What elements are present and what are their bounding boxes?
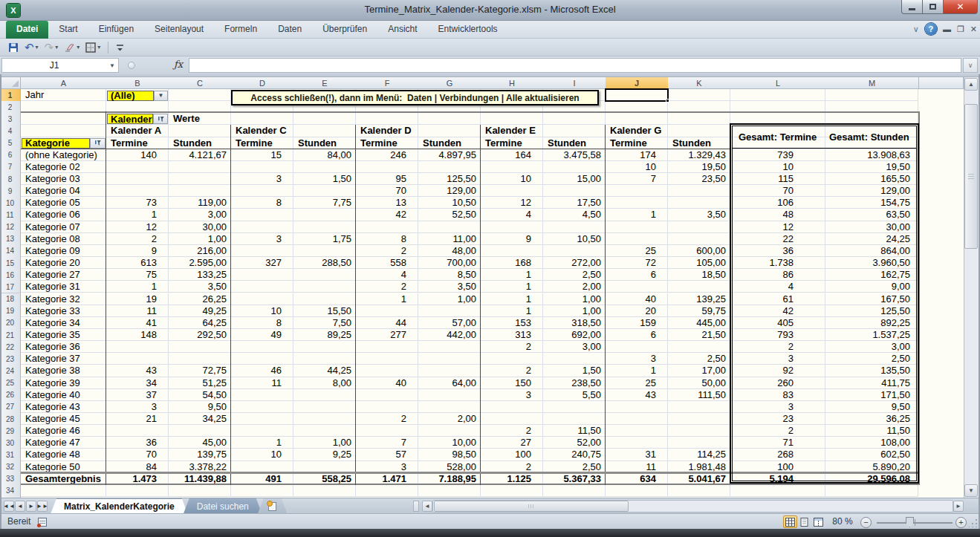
value-cell[interactable]: 3,50 — [169, 281, 231, 293]
value-cell[interactable]: 168 — [481, 257, 543, 269]
save-button[interactable] — [6, 40, 21, 55]
ribbon-tab-ansicht[interactable]: Ansicht — [377, 21, 427, 39]
value-cell[interactable]: 1 — [106, 281, 169, 293]
last-sheet-button[interactable]: ►► — [37, 501, 48, 512]
first-sheet-button[interactable]: ◄◄ — [4, 501, 14, 512]
category-label-cell[interactable]: Kategorie 27 — [21, 269, 106, 281]
cell-E29[interactable] — [293, 425, 356, 437]
cell-D27[interactable] — [231, 401, 293, 413]
zoom-in-button[interactable]: + — [955, 517, 967, 528]
row-header-25[interactable]: 25 — [0, 377, 21, 390]
cell-H14[interactable] — [481, 245, 543, 257]
value-cell[interactable]: 9,50 — [169, 401, 231, 413]
value-cell[interactable]: 9,25 — [293, 449, 356, 460]
cell-E34[interactable] — [293, 485, 356, 497]
cell-E12[interactable] — [293, 221, 356, 233]
cell-J28[interactable] — [606, 413, 668, 425]
value-cell[interactable]: 3 — [106, 401, 169, 413]
value-cell[interactable]: 3,50 — [418, 281, 481, 293]
cell-H7[interactable] — [481, 161, 543, 173]
cell-E3[interactable] — [293, 113, 356, 125]
horizontal-scrollbar-thumb[interactable] — [434, 501, 629, 512]
value-cell[interactable]: 98,50 — [418, 449, 481, 460]
next-sheet-button[interactable]: ► — [26, 501, 36, 512]
column-header-F[interactable]: F — [356, 77, 419, 89]
maximize-window-button[interactable] — [923, 0, 944, 14]
value-cell[interactable]: 153 — [481, 317, 543, 329]
value-cell[interactable]: 8 — [356, 233, 418, 245]
row-header-16[interactable]: 16 — [0, 269, 21, 281]
cell-M34[interactable] — [825, 485, 918, 497]
cell-I14[interactable] — [543, 245, 606, 257]
help-icon[interactable]: ? — [925, 23, 937, 35]
value-cell[interactable]: 72,75 — [169, 365, 231, 377]
cell-E9[interactable] — [293, 185, 356, 197]
cell-E14[interactable] — [293, 245, 356, 257]
column-header-J[interactable]: J — [606, 77, 669, 89]
value-cell[interactable]: 1 — [106, 209, 169, 221]
cell-M1[interactable] — [825, 89, 918, 101]
value-cell[interactable]: 318,50 — [543, 317, 606, 329]
row-header-20[interactable]: 20 — [0, 317, 21, 330]
value-cell[interactable]: 3,50 — [668, 209, 730, 221]
hscroll-right-arrow[interactable]: ► — [953, 501, 964, 512]
value-header-cell[interactable]: Termine — [481, 137, 543, 149]
cell-F26[interactable] — [356, 389, 418, 401]
cell-G3[interactable] — [418, 113, 481, 125]
cell-B9[interactable] — [106, 185, 169, 197]
cell-B29[interactable] — [106, 425, 169, 437]
category-label-cell[interactable]: Kategorie 02 — [21, 161, 106, 173]
row-header-1[interactable]: 1 — [0, 89, 21, 102]
kalender-filter-button[interactable] — [153, 114, 168, 124]
value-cell[interactable]: 159 — [606, 317, 668, 329]
row-header-17[interactable]: 17 — [0, 281, 21, 293]
value-cell[interactable]: 49 — [231, 329, 293, 341]
value-cell[interactable]: 1 — [481, 269, 543, 281]
cell-E23[interactable] — [293, 353, 356, 365]
expand-ribbon-icon[interactable]: ∨ — [913, 25, 919, 34]
ribbon-tab-daten[interactable]: Daten — [267, 21, 312, 39]
cell-K22[interactable] — [668, 341, 730, 353]
cell-D7[interactable] — [231, 161, 293, 173]
cell-G27[interactable] — [418, 401, 481, 413]
column-header-B[interactable]: B — [106, 77, 169, 89]
value-cell[interactable]: 9 — [481, 233, 543, 245]
value-cell[interactable]: 327 — [231, 257, 293, 269]
cell-G24[interactable] — [418, 365, 481, 377]
value-cell[interactable]: 3 — [481, 389, 543, 401]
value-cell[interactable]: 1 — [356, 293, 418, 305]
value-cell[interactable]: 2 — [356, 245, 418, 257]
category-label-cell[interactable]: Kategorie 38 — [21, 365, 106, 377]
value-cell[interactable]: 27 — [481, 437, 543, 449]
value-cell[interactable]: 3 — [606, 353, 668, 365]
close-window-button[interactable]: ✕ — [944, 0, 978, 14]
value-cell[interactable]: 7,75 — [293, 197, 356, 209]
cell-J27[interactable] — [606, 401, 668, 413]
cell-A3[interactable] — [21, 113, 106, 125]
cell-B8[interactable] — [106, 173, 169, 185]
value-cell[interactable]: 442,00 — [418, 329, 481, 341]
value-cell[interactable]: 9 — [106, 245, 169, 257]
cell-G29[interactable] — [418, 425, 481, 437]
row-header-3[interactable]: 3 — [0, 113, 21, 126]
cell-D17[interactable] — [231, 281, 293, 293]
value-header-cell[interactable]: Stunden — [169, 137, 231, 149]
value-cell[interactable]: 95 — [356, 173, 418, 185]
cell-I28[interactable] — [543, 413, 606, 425]
value-cell[interactable]: 119,00 — [169, 197, 231, 209]
cell-I9[interactable] — [543, 185, 606, 197]
sheet-tab-matrix-kalenderkategorie[interactable]: Matrix_KalenderKategorie — [51, 498, 188, 514]
ribbon-tab-einfügen[interactable]: Einfügen — [88, 21, 144, 39]
cell-D29[interactable] — [231, 425, 293, 437]
cell-G34[interactable] — [418, 485, 481, 497]
value-cell[interactable]: 2,00 — [418, 413, 481, 425]
name-box-splitter[interactable] — [128, 62, 135, 69]
value-cell[interactable]: 11,00 — [418, 233, 481, 245]
cell-G12[interactable] — [418, 221, 481, 233]
column-header-M[interactable]: M — [825, 77, 919, 89]
minimize-window-button[interactable] — [901, 0, 923, 14]
cell-K17[interactable] — [668, 281, 730, 293]
cell-H27[interactable] — [481, 401, 543, 413]
value-cell[interactable]: 240,75 — [543, 449, 606, 460]
row-header-34[interactable]: 34 — [0, 485, 21, 498]
